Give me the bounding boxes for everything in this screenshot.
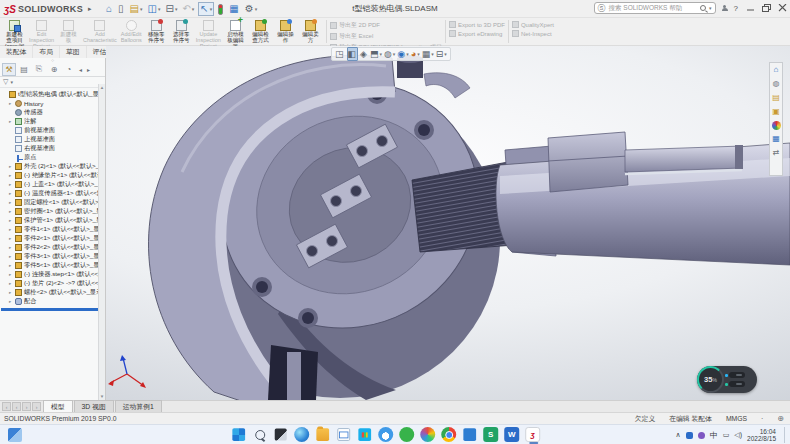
widget-toggle-icon[interactable] <box>729 372 745 378</box>
expand-arrow-icon[interactable]: ▸ <box>9 281 13 286</box>
expand-arrow-icon[interactable]: ▸ <box>9 254 13 259</box>
edit-appearance-icon[interactable]: ◕ ▾ <box>411 48 420 60</box>
apply-scene-icon[interactable]: ▦ ▾ <box>422 48 434 60</box>
dropdown-caret-icon[interactable]: ▾ <box>393 51 396 57</box>
search-caret-icon[interactable]: ▾ <box>709 5 712 11</box>
export-menu-item[interactable]: QualityXpert <box>512 21 554 28</box>
graphics-viewport[interactable] <box>106 46 790 400</box>
search-icon[interactable] <box>700 5 706 11</box>
ime-indicator[interactable]: 中 <box>710 430 718 441</box>
expand-arrow-icon[interactable]: ▸ <box>9 200 13 205</box>
browser-360-icon[interactable] <box>399 427 414 442</box>
expand-arrow-icon[interactable]: ▸ <box>9 272 13 277</box>
configurationmanager-tab[interactable]: ⎘ <box>32 63 46 76</box>
tree-item[interactable]: ▸ 注解 <box>0 117 105 126</box>
propertymanager-tab[interactable]: ▤ <box>17 63 31 76</box>
tree-item[interactable]: 前视基准面 <box>0 126 105 135</box>
dropdown-caret-icon[interactable]: ▾ <box>379 51 382 57</box>
featuremanager-tab[interactable]: ⚒ <box>2 63 16 76</box>
tree-item[interactable]: ▸ 外壳 (2)<1> (默认<<默认>_显示状 <box>0 162 105 171</box>
expand-arrow-icon[interactable]: ▸ <box>9 245 13 250</box>
tree-item[interactable]: ▸ 零件1<1> (默认<<默认>_显示状态 <box>0 225 105 234</box>
home-icon[interactable]: ⌂ <box>774 65 779 75</box>
tree-item[interactable]: ▸ 保护管<1> (默认<<默认>_显示状 <box>0 216 105 225</box>
tab-nav-next-icon[interactable]: › <box>22 402 31 411</box>
tab-nav-buttons[interactable]: ‹ ‹ › › <box>0 402 43 412</box>
edge-browser-icon[interactable] <box>294 427 309 442</box>
tab-nav-prev-icon[interactable]: ‹ <box>12 402 21 411</box>
show-desktop-button[interactable] <box>784 427 786 443</box>
appearances-icon[interactable] <box>772 121 781 130</box>
ribbon-button[interactable]: 编辑检 查方式 <box>248 19 273 45</box>
s-app-icon[interactable]: S <box>483 427 498 442</box>
export-menu-item[interactable]: 导出至 Excel <box>330 32 442 41</box>
expand-arrow-icon[interactable]: ▸ <box>9 119 13 124</box>
restore-button[interactable] <box>762 4 771 12</box>
tree-item[interactable]: ▸ (-) 上盖<1> (默认<<默认>_显示状 <box>0 180 105 189</box>
tree-item[interactable]: ▸ 零件5<1> (默认<<默认>_显示状态 <box>0 261 105 270</box>
expand-arrow-icon[interactable]: ▸ <box>9 209 13 214</box>
expand-arrow-icon[interactable]: ▸ <box>9 218 13 223</box>
tray-volume-icon[interactable]: ◁) <box>734 431 742 439</box>
ribbon-button[interactable]: Add Characteristic <box>81 19 119 45</box>
tree-item[interactable]: t型铠装热电偶 (默认<默认_显示状态-1 <box>0 90 105 99</box>
file-explorer-icon[interactable]: ▣ <box>772 107 780 117</box>
commandmanager-tab[interactable]: 草图 <box>60 46 87 58</box>
export-menu-item[interactable]: 导出至 2D PDF <box>330 21 442 30</box>
expand-arrow-icon[interactable]: ▸ <box>9 290 13 295</box>
tree-item[interactable]: ▸ 零件3<1> (默认<<默认>_显示状态 <box>0 252 105 261</box>
solidworks-taskbar-icon[interactable]: ʒ <box>525 427 540 442</box>
scroll-up-icon[interactable]: ▲ <box>100 85 104 90</box>
start-button-icon[interactable] <box>232 428 245 441</box>
tree-item[interactable]: ▸ (-) 连接器.step<1> (默认<<默认> <box>0 270 105 279</box>
tree-item[interactable]: 原点 <box>0 153 105 162</box>
expand-arrow-icon[interactable]: ▸ <box>9 164 13 169</box>
taskbar-clock[interactable]: 16:04 2022/8/15 <box>747 428 776 443</box>
ribbon-button[interactable]: 新建模 板 <box>56 19 81 45</box>
widget-toggle-icon[interactable] <box>729 381 745 387</box>
taskbar-search-icon[interactable] <box>252 427 267 442</box>
ribbon-button[interactable]: 移除零 件序号 <box>144 19 169 45</box>
export-menu-item[interactable]: Export to 3D PDF <box>449 21 505 28</box>
microsoft-store-icon[interactable] <box>358 428 371 441</box>
commandmanager-tab[interactable]: 布局 <box>33 46 60 58</box>
tree-item[interactable]: 右视基准面 <box>0 144 105 153</box>
expand-arrow-icon[interactable]: ▸ <box>9 299 13 304</box>
tray-shield-icon[interactable] <box>686 432 693 439</box>
cloud-app-icon[interactable] <box>378 427 393 442</box>
displaymanager-tab[interactable]: ◔ <box>62 63 76 76</box>
export-menu-item[interactable]: Net-Inspect <box>512 30 554 37</box>
ribbon-button[interactable]: 编辑卖 方 <box>298 19 323 45</box>
tree-item[interactable]: ▸ (-) 垫片 (2)<2> ->? (默认<<默认> <box>0 279 105 288</box>
dynamic-annotation-icon[interactable]: ◈ <box>360 48 368 60</box>
dropdown-caret-icon[interactable]: ▾ <box>431 51 434 57</box>
task-view-icon[interactable] <box>275 429 287 441</box>
display-style-icon[interactable]: ◍ ▾ <box>384 48 395 60</box>
rollback-bar[interactable] <box>1 308 104 311</box>
ribbon-button[interactable]: Add/Edit Balloons <box>119 19 144 45</box>
tree-item[interactable]: ▸ 零件2<2> (默认<<默认>_显示状态 <box>0 243 105 252</box>
custom-properties-icon[interactable]: ▦ <box>772 134 780 144</box>
tree-item[interactable]: ▸ 螺栓<2> (默认<<默认>_显示状态 <box>0 288 105 297</box>
tray-expand-icon[interactable]: ∧ <box>676 431 681 439</box>
tab-nav-first-icon[interactable]: ‹ <box>2 402 11 411</box>
zoom-overlay-widget[interactable]: 35 % <box>697 366 757 393</box>
design-library-icon[interactable]: ▤ <box>772 93 780 103</box>
document-tab[interactable]: 模型 <box>43 400 73 412</box>
tray-monitor-icon[interactable]: ▭ <box>723 431 730 439</box>
solidworks-resources-icon[interactable]: ◍ <box>773 79 780 89</box>
expand-arrow-icon[interactable]: ▸ <box>9 191 13 196</box>
dropdown-caret-icon[interactable]: ▾ <box>444 51 447 57</box>
zoom-fit-icon[interactable]: ◳ <box>335 48 345 60</box>
tree-item[interactable]: 传感器 <box>0 108 105 117</box>
tree-item[interactable]: ▸ (-) 绝缘垫片<1> (默认<<默认>_显 <box>0 171 105 180</box>
tray-app-icon[interactable] <box>698 432 705 439</box>
help-icon[interactable]: ? <box>734 4 738 13</box>
tree-item[interactable]: ▸ History <box>0 99 105 108</box>
widgets-icon[interactable] <box>8 428 22 442</box>
pane-arrow-right[interactable]: ▸ <box>85 63 92 76</box>
expand-arrow-icon[interactable]: ▸ <box>9 236 13 241</box>
tree-scrollbar[interactable]: ▲ ▼ <box>98 84 105 400</box>
expand-arrow-icon[interactable]: ▸ <box>9 263 13 268</box>
chrome-icon[interactable] <box>441 427 456 442</box>
